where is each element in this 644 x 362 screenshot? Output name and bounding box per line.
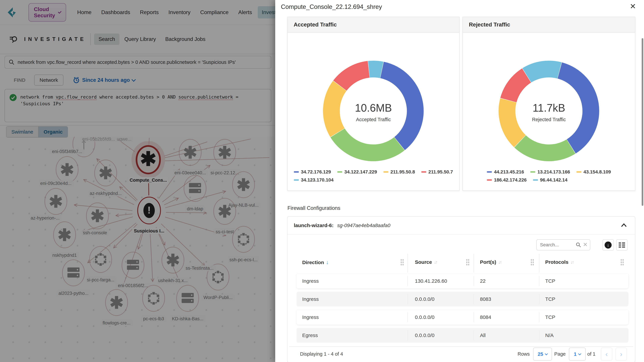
pagination-summary: Displaying 1 - 4 of 4 bbox=[300, 351, 343, 357]
table-cell-protocols: TCP bbox=[545, 296, 555, 302]
table-cell-direction: Egress bbox=[302, 333, 318, 338]
donut-slice-96-44-142-14[interactable] bbox=[527, 69, 560, 75]
legend-color-dash bbox=[294, 171, 299, 173]
sort-icon-direction[interactable]: ↓ bbox=[326, 259, 329, 266]
accordion-header[interactable]: launch-wizard-6: sg-0947ae4eb4a8aafa0 bbox=[288, 217, 635, 235]
download-button[interactable]: ↓ bbox=[602, 239, 614, 251]
table-cell-source: 130.41.226.60 bbox=[415, 278, 447, 284]
donut-slice-211-95-50-7[interactable] bbox=[340, 69, 368, 86]
table-cell-port-s: 22 bbox=[480, 278, 486, 284]
legend-row: 34.123.170.104 bbox=[294, 177, 334, 183]
security-group-id: sg-0947ae4eb4a8aafa0 bbox=[337, 223, 390, 228]
donut-slice-34-122-147-229[interactable] bbox=[338, 133, 399, 153]
legend-item-96-44-142-14[interactable]: 96.44.142.14 bbox=[533, 177, 568, 183]
security-group-name: launch-wizard-6: bbox=[294, 223, 334, 228]
legend-label: 34.72.176.129 bbox=[301, 169, 331, 175]
legend-item-211-95-50-8[interactable]: 211.95.50.8 bbox=[384, 169, 415, 175]
legend-color-dash bbox=[337, 171, 342, 173]
columns-icon bbox=[619, 242, 625, 248]
cell-separator bbox=[408, 330, 408, 340]
donut-slice-43-154-8-109[interactable] bbox=[507, 100, 520, 141]
legend-label: 96.44.142.14 bbox=[540, 177, 568, 183]
column-separator bbox=[539, 254, 539, 273]
column-drag-handle[interactable] bbox=[620, 259, 624, 266]
column-header-port-s[interactable]: Port(s)↓↑ bbox=[480, 259, 501, 265]
cell-separator bbox=[474, 330, 474, 340]
table-cell-port-s: 8084 bbox=[480, 314, 491, 320]
legend-color-dash bbox=[487, 179, 492, 181]
donut-slice-186-42-174-226[interactable] bbox=[508, 75, 526, 100]
security-group-accordion: launch-wizard-6: sg-0947ae4eb4a8aafa0 ✕ … bbox=[287, 216, 635, 362]
rejected-traffic-donut-chart[interactable] bbox=[495, 57, 602, 165]
table-cell-port-s: 8083 bbox=[480, 296, 491, 302]
donut-slice-211-95-50-8[interactable] bbox=[332, 86, 340, 133]
table-cell-source: 0.0.0.0/0 bbox=[415, 314, 434, 320]
sort-icon-port-s[interactable]: ↓↑ bbox=[498, 260, 501, 265]
table-search-box[interactable]: ✕ bbox=[536, 239, 590, 250]
legend-item-34-72-176-129[interactable]: 34.72.176.129 bbox=[294, 169, 331, 175]
sort-icon-protocols[interactable]: ↓↑ bbox=[570, 260, 574, 265]
donut-slice-44-213-45-216[interactable] bbox=[560, 70, 591, 146]
accepted-traffic-donut-chart[interactable] bbox=[320, 57, 427, 165]
legend-item-43-154-8-109[interactable]: 43.154.8.109 bbox=[576, 169, 611, 175]
table-row[interactable]: Ingress130.41.226.6022TCP bbox=[296, 274, 628, 289]
card-header: Accepted Traffic bbox=[288, 17, 459, 32]
legend-item-44-213-45-216[interactable]: 44.213.45.216 bbox=[487, 169, 524, 175]
table-row[interactable]: Egress0.0.0.0/0AllN/A bbox=[296, 328, 628, 343]
chevron-up-icon[interactable] bbox=[620, 223, 627, 228]
previous-page-button[interactable]: ‹ bbox=[601, 348, 612, 361]
chevron-down-icon bbox=[545, 352, 548, 355]
table-search-input[interactable] bbox=[540, 242, 576, 248]
page-select[interactable]: 1 bbox=[569, 348, 586, 361]
column-header-label: Direction bbox=[302, 260, 324, 265]
legend-label: 43.154.8.109 bbox=[584, 169, 611, 175]
scrollbar[interactable] bbox=[642, 38, 643, 206]
column-settings-button[interactable] bbox=[616, 239, 628, 251]
cell-separator bbox=[474, 312, 474, 322]
column-drag-handle[interactable] bbox=[530, 259, 534, 266]
table-cell-port-s: All bbox=[480, 333, 486, 338]
table-cell-protocols: N/A bbox=[545, 333, 554, 338]
column-header-direction[interactable]: Direction↓ bbox=[302, 259, 329, 266]
rows-per-page-value: 25 bbox=[538, 352, 543, 357]
legend-item-34-122-147-229[interactable]: 34.122.147.229 bbox=[337, 169, 377, 175]
legend-color-dash bbox=[576, 171, 582, 173]
legend-label: 211.95.50.7 bbox=[428, 169, 453, 175]
legend-item-211-95-50-7[interactable]: 211.95.50.7 bbox=[421, 169, 453, 175]
clear-search-icon[interactable]: ✕ bbox=[583, 241, 588, 248]
cell-separator bbox=[539, 312, 539, 322]
rows-label: Rows bbox=[518, 351, 530, 357]
table-row[interactable]: Ingress0.0.0.0/08083TCP bbox=[296, 292, 628, 307]
cell-separator bbox=[408, 294, 408, 304]
column-header-label: Port(s) bbox=[480, 259, 496, 265]
rows-per-page-select[interactable]: 25 bbox=[533, 348, 552, 361]
legend-item-186-42-174-226[interactable]: 186.42.174.226 bbox=[487, 177, 526, 183]
legend-item-34-123-170-104[interactable]: 34.123.170.104 bbox=[294, 177, 334, 183]
column-separator bbox=[408, 254, 408, 273]
legend-item-13-214-173-166[interactable]: 13.214.173.166 bbox=[530, 169, 570, 175]
legend-color-dash bbox=[533, 179, 538, 181]
next-page-button[interactable]: › bbox=[616, 348, 627, 361]
table-cell-protocols: TCP bbox=[545, 278, 555, 284]
legend-color-dash bbox=[487, 171, 492, 173]
sort-icon-source[interactable]: ↓↑ bbox=[434, 260, 437, 265]
chevron-down-icon bbox=[578, 352, 581, 355]
legend-label: 44.213.45.216 bbox=[494, 169, 524, 175]
table-row[interactable]: Ingress0.0.0.0/08084TCP bbox=[296, 310, 628, 325]
column-header-source[interactable]: Source↓↑ bbox=[415, 259, 437, 265]
donut-slice-34-72-176-129[interactable] bbox=[382, 70, 415, 143]
column-header-label: Source bbox=[415, 259, 432, 265]
column-drag-handle[interactable] bbox=[466, 259, 470, 266]
divider bbox=[289, 347, 633, 347]
card-title: Accepted Traffic bbox=[294, 21, 337, 28]
donut-slice-13-214-173-166[interactable] bbox=[520, 141, 571, 153]
table-cell-direction: Ingress bbox=[302, 278, 319, 284]
column-drag-handle[interactable] bbox=[400, 259, 404, 266]
donut-slice-34-123-170-104[interactable] bbox=[369, 69, 382, 70]
legend-row: 186.42.174.22696.44.142.14 bbox=[487, 177, 567, 183]
column-header-protocols[interactable]: Protocols↓↑ bbox=[545, 259, 574, 265]
legend-label: 34.123.170.104 bbox=[301, 177, 334, 183]
table-cell-direction: Ingress bbox=[302, 314, 319, 320]
page-total: of 1 bbox=[587, 351, 595, 357]
close-icon[interactable]: ✕ bbox=[630, 3, 636, 10]
